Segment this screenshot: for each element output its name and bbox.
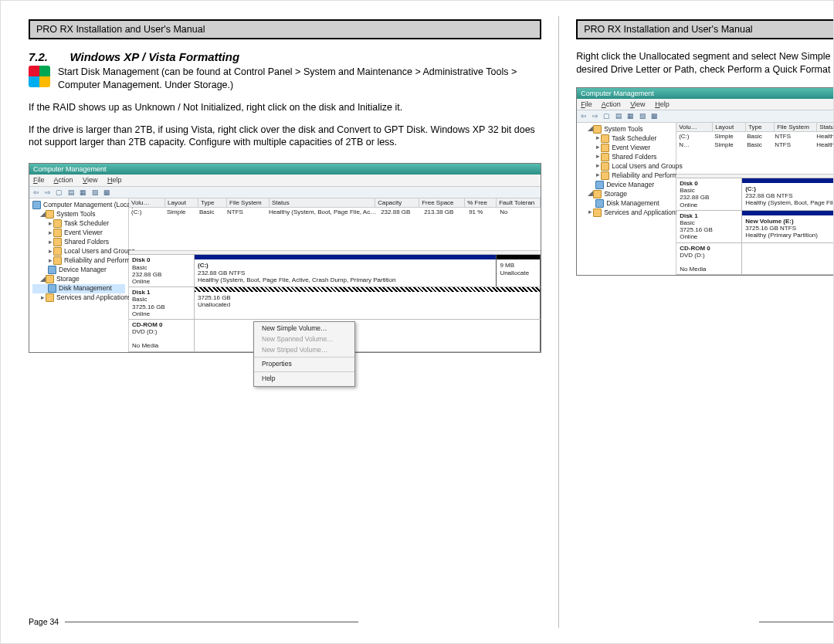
disk1-row[interactable]: Disk 1Basic3725.16 GBOnline New Volume (… xyxy=(676,211,834,243)
services-icon xyxy=(46,293,54,302)
disk-mgmt-icon xyxy=(595,199,604,208)
users-icon xyxy=(53,247,62,256)
section-title: Windows XP / Vista Formatting xyxy=(70,50,239,63)
menu-view[interactable]: View xyxy=(630,100,645,108)
disk1-row[interactable]: Disk 1Basic3725.16 GBOnline 3725.16 GBUn… xyxy=(129,287,541,320)
event-viewer-icon xyxy=(53,229,62,237)
window-title: Computer Management xyxy=(29,164,541,175)
disk-graphical-view: Disk 0Basic232.88 GBOnline (C:)232.88 GB… xyxy=(676,178,834,275)
services-icon xyxy=(593,208,602,217)
menu-file[interactable]: File xyxy=(581,100,592,108)
screenshot-disk-mgmt-new-volume: Computer Management File Action View Hel… xyxy=(576,87,834,276)
volume-row[interactable]: N…SimpleBasicNTFSHealthy (Primary Partit… xyxy=(676,141,834,149)
event-viewer-icon xyxy=(601,144,609,152)
menu-help[interactable]: Help xyxy=(655,100,670,108)
page-footer-left: Page 34 xyxy=(29,617,358,626)
page-right: PRO RX Installation and User's Manual Ri… xyxy=(559,12,834,632)
paragraph-gpt: If the drive is larger than 2TB, if usin… xyxy=(29,124,541,149)
ctx-properties[interactable]: Properties xyxy=(254,359,354,370)
disk0-row[interactable]: Disk 0Basic232.88 GBOnline (C:)232.88 GB… xyxy=(129,255,541,287)
page-left: PRO RX Installation and User's Manual 7.… xyxy=(12,12,558,632)
menu-file[interactable]: File xyxy=(33,176,45,184)
toolbar: ⇦ ⇨ ▢ ▤ ▦ ▧ ▩ xyxy=(577,110,834,122)
menu-help[interactable]: Help xyxy=(107,176,122,184)
section-number: 7.2. xyxy=(29,50,48,63)
menu-bar: File Action View Help xyxy=(577,99,834,110)
reliability-icon xyxy=(601,171,609,180)
page-header: PRO RX Installation and User's Manual xyxy=(576,19,834,39)
storage-icon xyxy=(46,275,54,283)
menu-action[interactable]: Action xyxy=(602,100,621,108)
cdrom-row[interactable]: CD-ROM 0DVD (D:)No Media xyxy=(676,243,834,276)
volume-grid-header: Volu…LayoutTypeFile SystemStatusCapacity… xyxy=(676,123,834,132)
menu-view[interactable]: View xyxy=(83,176,97,184)
disk0-row[interactable]: Disk 0Basic232.88 GBOnline (C:)232.88 GB… xyxy=(676,178,834,211)
storage-icon xyxy=(593,190,602,198)
disk-mgmt-pane: Volu…LayoutTypeFile SystemStatusCapacity… xyxy=(676,123,834,276)
section-heading: 7.2. Windows XP / Vista Formatting xyxy=(29,50,541,64)
page-footer-right: Page 35 xyxy=(759,617,834,626)
reliability-icon xyxy=(53,256,62,265)
shared-folders-icon xyxy=(601,153,609,161)
page-number: Page 34 xyxy=(29,617,59,626)
screenshot-disk-mgmt-context-menu: Computer Management File Action View Hel… xyxy=(29,163,541,353)
document-spread: PRO RX Installation and User's Manual 7.… xyxy=(0,0,834,644)
folder-icon xyxy=(593,125,602,134)
toolbar: ⇦ ⇨ ▢ ▤ ▦ ▧ ▩ xyxy=(29,187,541,198)
folder-icon xyxy=(46,210,54,219)
task-scheduler-icon xyxy=(601,134,609,143)
menu-action[interactable]: Action xyxy=(54,176,73,184)
computer-icon xyxy=(32,201,41,209)
users-icon xyxy=(601,162,609,171)
volume-row[interactable]: (C:)SimpleBasicNTFSHealthy (System, Boot… xyxy=(676,132,834,141)
disk-mgmt-icon xyxy=(48,284,56,293)
volume-row[interactable]: (C:)SimpleBasicNTFSHealthy (System, Boot… xyxy=(129,208,541,216)
volume-grid-header: Volu…LayoutTypeFile SystemStatusCapacity… xyxy=(129,198,541,208)
paragraph-new-volume: Right click the Unallocated segment and … xyxy=(576,50,834,76)
ctx-new-spanned-volume: New Spanned Volume… xyxy=(254,334,354,345)
windows-flag-icon xyxy=(29,66,50,87)
task-scheduler-icon xyxy=(53,219,62,228)
ctx-new-simple-volume[interactable]: New Simple Volume… xyxy=(254,324,354,334)
context-menu[interactable]: New Simple Volume… New Spanned Volume… N… xyxy=(253,321,355,387)
footer-rule xyxy=(65,622,358,622)
shared-folders-icon xyxy=(53,238,62,246)
nav-tree[interactable]: Computer Management (Local) ◢System Tool… xyxy=(29,198,129,352)
ctx-new-striped-volume: New Striped Volume… xyxy=(254,345,354,356)
ctx-help[interactable]: Help xyxy=(254,374,354,385)
window-title: Computer Management xyxy=(577,88,834,99)
device-manager-icon xyxy=(48,266,56,274)
page-header: PRO RX Installation and User's Manual xyxy=(29,19,541,39)
intro-paragraph: Start Disk Management (can be found at C… xyxy=(58,66,541,91)
menu-bar: File Action View Help xyxy=(29,175,541,186)
nav-tree[interactable]: ◢System Tools ▸Task Scheduler ▸Event Vie… xyxy=(577,123,676,276)
device-manager-icon xyxy=(595,181,604,189)
footer-rule xyxy=(759,622,834,622)
paragraph-raid-init: If the RAID shows up as Unknown / Not In… xyxy=(29,101,541,114)
